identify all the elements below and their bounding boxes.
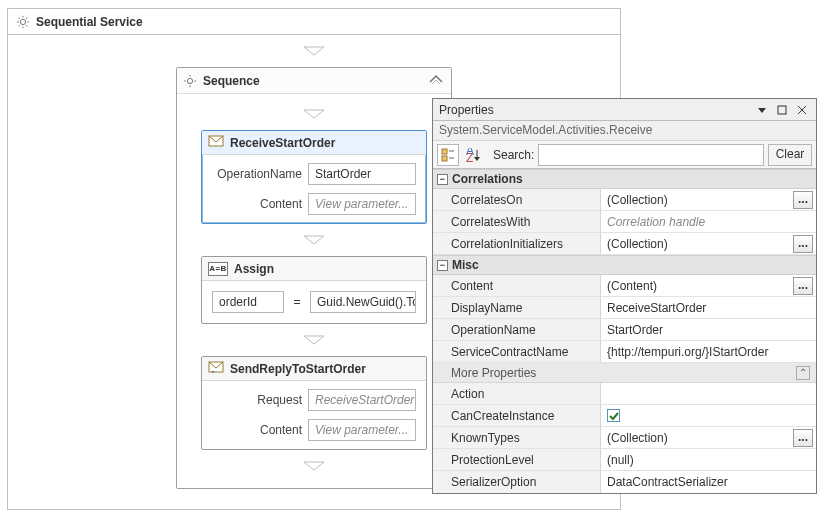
svg-marker-32	[474, 157, 480, 161]
search-input[interactable]	[538, 144, 764, 166]
prop-value[interactable]: (Collection)...	[601, 233, 816, 254]
clear-button[interactable]: Clear	[768, 144, 812, 166]
prop-value[interactable]: ReceiveStartOrder	[601, 297, 816, 318]
prop-correlateswith[interactable]: CorrelatesWith Correlation handle	[433, 211, 816, 233]
envelope-reply-icon	[208, 360, 224, 377]
chevron-up-icon[interactable]	[427, 73, 445, 88]
assign-value-input[interactable]: Guid.NewGuid().To	[310, 291, 416, 313]
pin-icon[interactable]	[774, 103, 790, 117]
sendreply-header[interactable]: SendReplyToStartOrder	[202, 357, 426, 381]
operation-name-input[interactable]: StartOrder	[308, 163, 416, 185]
svg-marker-21	[758, 108, 766, 113]
gear-icon	[183, 74, 197, 88]
prop-value[interactable]: StartOrder	[601, 319, 816, 340]
equals-label: =	[292, 295, 302, 309]
prop-value[interactable]	[601, 405, 816, 426]
svg-rect-26	[442, 156, 447, 161]
collapse-toggle-icon[interactable]: −	[437, 174, 448, 185]
prop-correlateson[interactable]: CorrelatesOn (Collection)...	[433, 189, 816, 211]
prop-value-text: (Collection)	[607, 189, 668, 211]
prop-serializeroption[interactable]: SerializerOption DataContractSerializer	[433, 471, 816, 493]
drop-indicator-icon	[302, 334, 326, 346]
prop-value-text: (Collection)	[607, 233, 668, 255]
prop-servicecontractname[interactable]: ServiceContractName {http://tempuri.org/…	[433, 341, 816, 363]
svg-rect-25	[442, 149, 447, 154]
content-label: Content	[212, 197, 302, 211]
prop-content[interactable]: Content (Content)...	[433, 275, 816, 297]
sequence-header[interactable]: Sequence	[177, 68, 451, 94]
prop-value[interactable]: (Collection)...	[601, 189, 816, 210]
receive-activity[interactable]: ReceiveStartOrder OperationName StartOrd…	[201, 130, 427, 224]
assign-icon: A=B	[208, 262, 228, 276]
categorize-button[interactable]	[437, 144, 459, 166]
assign-activity[interactable]: A=B Assign orderId = Guid.NewGuid().To	[201, 256, 427, 324]
content-link[interactable]: View parameter...	[308, 419, 416, 441]
prop-name: CorrelatesOn	[433, 189, 601, 210]
close-icon[interactable]	[794, 103, 810, 117]
sort-alpha-button[interactable]: AZ	[463, 144, 485, 166]
assign-title: Assign	[234, 262, 274, 276]
gear-icon	[16, 15, 30, 29]
prop-displayname[interactable]: DisplayName ReceiveStartOrder	[433, 297, 816, 319]
properties-toolbar: AZ Search: Clear	[433, 141, 816, 169]
more-properties-label: More Properties	[451, 366, 536, 380]
prop-action[interactable]: Action	[433, 383, 816, 405]
ellipsis-button[interactable]: ...	[793, 429, 813, 447]
prop-value[interactable]: DataContractSerializer	[601, 471, 816, 493]
prop-value[interactable]: (null)	[601, 449, 816, 470]
collapse-toggle-icon[interactable]: −	[437, 260, 448, 271]
properties-title: Properties	[439, 103, 750, 117]
category-misc[interactable]: − Misc	[433, 255, 816, 275]
svg-marker-20	[304, 462, 324, 470]
prop-protectionlevel[interactable]: ProtectionLevel (null)	[433, 449, 816, 471]
window-menu-icon[interactable]	[754, 103, 770, 117]
receive-header[interactable]: ReceiveStartOrder	[202, 131, 426, 155]
search-label: Search:	[493, 148, 534, 162]
checkbox-checked-icon[interactable]	[607, 409, 620, 422]
prop-value[interactable]	[601, 383, 816, 404]
more-properties-row[interactable]: More Properties ⌃	[433, 363, 816, 383]
ellipsis-button[interactable]: ...	[793, 277, 813, 295]
assign-header[interactable]: A=B Assign	[202, 257, 426, 281]
prop-name: KnownTypes	[433, 427, 601, 448]
content-link[interactable]: View parameter...	[308, 193, 416, 215]
prop-value-text: (Collection)	[607, 427, 668, 449]
ellipsis-button[interactable]: ...	[793, 235, 813, 253]
root-header: Sequential Service	[8, 9, 620, 35]
sequence-title: Sequence	[203, 74, 421, 88]
prop-name: SerializerOption	[433, 471, 601, 493]
request-value[interactable]: ReceiveStartOrder	[308, 389, 416, 411]
prop-value[interactable]: Correlation handle	[601, 211, 816, 232]
properties-subtitle: System.ServiceModel.Activities.Receive	[433, 121, 816, 141]
prop-value[interactable]: {http://tempuri.org/}IStartOrder	[601, 341, 816, 362]
svg-line-8	[26, 17, 27, 18]
root-title: Sequential Service	[36, 15, 143, 29]
expand-up-icon[interactable]: ⌃	[796, 366, 810, 380]
ellipsis-button[interactable]: ...	[793, 191, 813, 209]
prop-value[interactable]: (Collection)...	[601, 427, 816, 448]
content-label: Content	[212, 423, 302, 437]
prop-name: ProtectionLevel	[433, 449, 601, 470]
properties-panel: Properties System.ServiceModel.Activitie…	[432, 98, 817, 494]
svg-line-6	[26, 25, 27, 26]
prop-name: OperationName	[433, 319, 601, 340]
prop-knowntypes[interactable]: KnownTypes (Collection)...	[433, 427, 816, 449]
sequence-activity[interactable]: Sequence ReceiveStartOrder OperationName…	[176, 67, 452, 489]
prop-cancreateinstance[interactable]: CanCreateInstance	[433, 405, 816, 427]
properties-titlebar[interactable]: Properties	[433, 99, 816, 121]
svg-text:Z: Z	[466, 151, 473, 162]
prop-name: DisplayName	[433, 297, 601, 318]
category-label: Correlations	[452, 172, 523, 186]
request-label: Request	[212, 393, 302, 407]
sendreply-activity[interactable]: SendReplyToStartOrder Request ReceiveSta…	[201, 356, 427, 450]
category-correlations[interactable]: − Correlations	[433, 169, 816, 189]
drop-indicator-icon	[302, 460, 326, 472]
prop-value-text: (Content)	[607, 275, 657, 297]
assign-to-input[interactable]: orderId	[212, 291, 284, 313]
svg-marker-15	[304, 110, 324, 118]
category-label: Misc	[452, 258, 479, 272]
prop-operationname[interactable]: OperationName StartOrder	[433, 319, 816, 341]
prop-value[interactable]: (Content)...	[601, 275, 816, 296]
prop-correlationinitializers[interactable]: CorrelationInitializers (Collection)...	[433, 233, 816, 255]
prop-name: Action	[433, 383, 601, 404]
